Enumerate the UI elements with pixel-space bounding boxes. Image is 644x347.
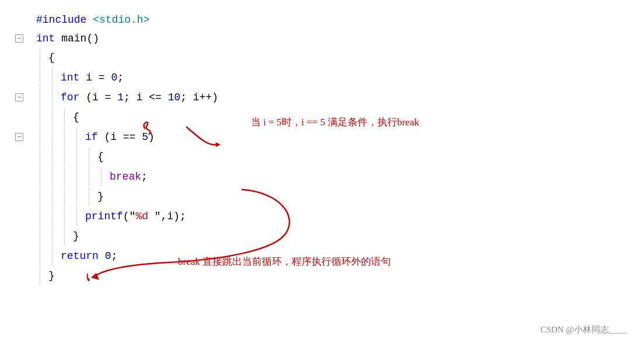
token-8-0: break <box>110 171 141 183</box>
vline-4-1 <box>52 88 52 107</box>
code-content-12: return 0; <box>58 250 644 262</box>
token-3-3: ; <box>117 72 124 83</box>
vline-10-1 <box>52 207 52 226</box>
gutter-1: − <box>5 34 34 43</box>
token-12-3: ; <box>111 250 117 262</box>
code-line-9: } <box>5 187 644 206</box>
token-12-2: 0 <box>105 250 111 262</box>
vline-3-1 <box>52 68 52 87</box>
vline-11-2 <box>64 227 65 246</box>
token-4-5: ; i++) <box>180 92 218 103</box>
gutter-4: − <box>5 93 34 101</box>
vline-7-1 <box>52 148 52 166</box>
code-content-13: } <box>46 270 644 282</box>
vline-10-0 <box>40 207 40 226</box>
vline-6-0 <box>40 128 40 146</box>
token-8-1: ; <box>141 171 148 183</box>
code-content-5: { <box>71 111 644 123</box>
token-9-0: } <box>97 191 104 202</box>
vline-8-3 <box>76 167 77 186</box>
token-3-1: i = <box>79 72 111 83</box>
fold-btn-1[interactable]: − <box>15 34 23 43</box>
token-3-2: 0 <box>111 72 117 83</box>
vline-3-0 <box>40 68 40 87</box>
watermark: CSDN @小林同志____ <box>540 324 626 335</box>
vline-12-0 <box>40 247 40 265</box>
vline-5-2 <box>64 108 65 127</box>
token-12-1 <box>99 250 105 262</box>
vline-9-1 <box>52 187 52 206</box>
vline-8-4 <box>89 167 89 186</box>
token-7-0: { <box>97 151 104 163</box>
code-line-12: return 0; <box>5 246 644 266</box>
fold-btn-4[interactable]: − <box>15 93 23 101</box>
code-content-2: { <box>46 52 644 64</box>
vline-8-1 <box>52 167 52 186</box>
vline-7-3 <box>76 148 77 166</box>
gutter-6: − <box>5 133 34 141</box>
vline-9-2 <box>64 187 65 206</box>
vline-9-4 <box>89 187 89 206</box>
code-content-7: { <box>95 151 644 163</box>
vline-2-0 <box>40 48 40 67</box>
token-1-1: main() <box>55 33 99 44</box>
code-content-1: int main() <box>34 33 644 44</box>
vline-10-3 <box>76 207 77 226</box>
code-line-4: −for (i = 1; i <= 10; i++) <box>5 87 644 107</box>
code-line-6: −if (i == 5) <box>5 127 644 147</box>
code-line-8: break; <box>5 167 644 187</box>
token-13-0: } <box>48 270 55 282</box>
token-4-4: 10 <box>168 92 181 103</box>
token-6-0: if <box>85 131 98 143</box>
code-content-0: #include <stdio.h> <box>34 14 644 26</box>
code-container: #include <stdio.h>−int main(){int i = 0;… <box>0 0 644 347</box>
code-line-10: printf("%d ",i); <box>5 206 644 226</box>
token-10-3: ",i); <box>155 211 186 222</box>
token-4-1: (i = <box>79 92 117 103</box>
token-4-0: for <box>61 92 79 103</box>
token-3-0: int <box>61 72 79 83</box>
vline-8-5 <box>101 167 102 186</box>
token-10-2: %d <box>135 211 154 222</box>
token-6-3: ) <box>148 131 155 143</box>
vline-6-1 <box>52 128 52 146</box>
token-4-3: ; i <= <box>124 92 168 103</box>
code-line-3: int i = 0; <box>5 68 644 87</box>
code-content-4: for (i = 1; i <= 10; i++) <box>58 92 644 103</box>
vline-8-2 <box>64 167 65 186</box>
vline-12-1 <box>52 247 52 265</box>
code-line-1: −int main() <box>5 29 644 48</box>
token-0-1: <stdio.h> <box>93 14 149 26</box>
vline-8-0 <box>40 167 40 186</box>
code-line-7: { <box>5 147 644 167</box>
code-content-9: } <box>95 191 644 202</box>
code-line-11: } <box>5 226 644 246</box>
vline-11-1 <box>52 227 52 246</box>
vline-7-2 <box>64 148 65 166</box>
code-line-0: #include <stdio.h> <box>5 10 644 29</box>
vline-9-3 <box>76 187 77 206</box>
vline-10-2 <box>64 207 65 226</box>
token-6-2: 5 <box>142 131 148 143</box>
vline-6-3 <box>76 128 77 146</box>
token-10-1: (" <box>123 211 136 222</box>
code-content-11: } <box>71 230 644 242</box>
fold-btn-6[interactable]: − <box>15 133 23 141</box>
code-content-6: if (i == 5) <box>83 131 644 143</box>
vline-5-1 <box>52 108 52 127</box>
vline-4-0 <box>40 88 40 107</box>
code-line-2: { <box>5 48 644 68</box>
token-0-0: #include <box>36 14 93 26</box>
vline-5-0 <box>40 108 40 127</box>
vline-6-2 <box>64 128 65 146</box>
vline-7-4 <box>89 148 89 166</box>
vline-11-0 <box>40 227 40 246</box>
token-12-0: return <box>61 250 99 262</box>
code-line-5: { <box>5 107 644 127</box>
code-line-13: } <box>5 266 644 286</box>
token-10-0: printf <box>85 211 123 222</box>
code-content-8: break; <box>107 171 644 183</box>
code-content-3: int i = 0; <box>58 72 644 83</box>
token-4-2: 1 <box>117 92 124 103</box>
vline-7-0 <box>40 148 40 166</box>
